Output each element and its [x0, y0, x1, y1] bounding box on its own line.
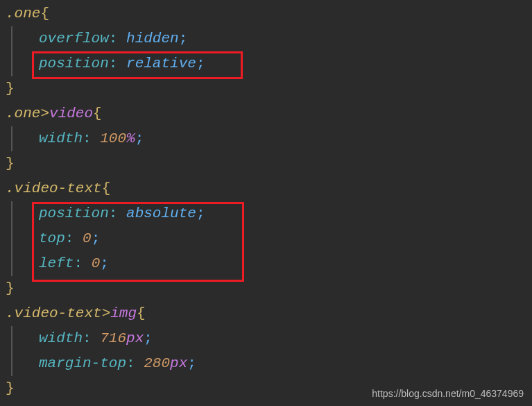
open-brace: {: [40, 6, 49, 22]
semicolon: ;: [92, 230, 101, 246]
code-line: position: relative;: [6, 51, 532, 76]
colon: :: [74, 255, 83, 271]
number: 100: [100, 130, 126, 146]
semicolon: ;: [179, 31, 188, 46]
code-line: width: 100%;: [6, 126, 532, 151]
number: 0: [92, 255, 101, 271]
colon: :: [65, 230, 74, 246]
code-line: .one>video{: [6, 101, 532, 126]
selector-class: .one: [6, 105, 40, 121]
semicolon: ;: [196, 205, 205, 221]
property: width: [39, 330, 83, 346]
code-line: width: 716px;: [6, 326, 532, 351]
value: hidden: [126, 31, 179, 46]
property: width: [39, 130, 83, 146]
colon: :: [126, 355, 135, 371]
semicolon: ;: [100, 255, 109, 271]
watermark: https://blog.csdn.net/m0_46374969: [372, 388, 524, 399]
semicolon: ;: [196, 56, 205, 71]
indent-guide: [11, 251, 12, 276]
open-brace: {: [93, 105, 102, 121]
semicolon: ;: [135, 130, 144, 146]
code-line: top: 0;: [6, 226, 532, 251]
number: 716: [100, 330, 126, 346]
indent-guide: [11, 226, 12, 251]
number: 0: [83, 230, 92, 246]
indent-guide: [11, 326, 12, 351]
semicolon: ;: [144, 330, 153, 346]
unit: px: [170, 355, 187, 371]
semicolon: ;: [187, 355, 196, 371]
colon: :: [83, 130, 92, 146]
colon: :: [109, 205, 118, 221]
combinator: >: [102, 305, 111, 321]
code-line: }: [6, 276, 532, 301]
selector-tag: video: [49, 105, 93, 121]
selector-class: .video-text: [6, 305, 102, 321]
unit: %: [126, 130, 135, 146]
colon: :: [109, 56, 118, 71]
combinator: >: [40, 105, 49, 121]
value: relative: [126, 56, 196, 71]
selector-class: .video-text: [6, 180, 102, 196]
colon: :: [109, 31, 118, 46]
close-brace: }: [6, 280, 15, 296]
code-line: .video-text{: [6, 176, 532, 201]
code-line: left: 0;: [6, 251, 532, 276]
code-block: .one{ overflow: hidden; position: relati…: [0, 1, 532, 401]
property: top: [39, 230, 65, 246]
code-line: overflow: hidden;: [6, 26, 532, 51]
close-brace: }: [6, 155, 15, 171]
property: position: [39, 205, 109, 221]
indent-guide: [11, 126, 12, 151]
close-brace: }: [6, 81, 15, 96]
code-line: }: [6, 151, 532, 176]
indent-guide: [11, 201, 12, 226]
property: margin-top: [39, 355, 126, 371]
indent-guide: [11, 26, 12, 51]
code-line: }: [6, 76, 532, 101]
code-line: .one{: [6, 1, 532, 26]
unit: px: [126, 330, 144, 346]
property: left: [39, 255, 74, 271]
colon: :: [83, 330, 92, 346]
open-brace: {: [137, 305, 146, 321]
indent-guide: [11, 351, 12, 376]
number: 280: [144, 355, 170, 371]
open-brace: {: [102, 180, 111, 196]
property: overflow: [39, 31, 109, 46]
indent-guide: [11, 51, 12, 76]
value: absolute: [126, 205, 196, 221]
selector-tag: img: [110, 305, 137, 321]
property: position: [39, 56, 109, 71]
code-line: margin-top: 280px;: [6, 351, 532, 376]
code-line: position: absolute;: [6, 201, 532, 226]
close-brace: }: [6, 380, 15, 396]
selector-class: .one: [6, 6, 40, 22]
code-line: .video-text>img{: [6, 301, 532, 326]
